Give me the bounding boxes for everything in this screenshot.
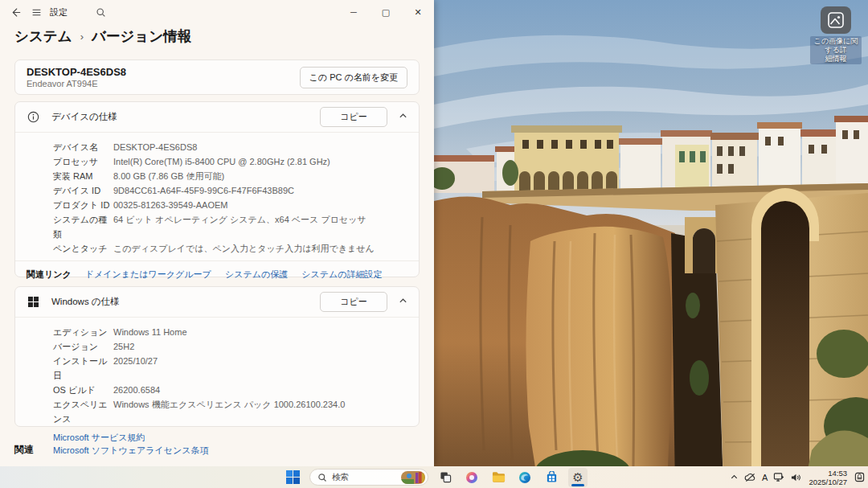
copy-windows-specs-button[interactable]: コピー: [320, 292, 387, 312]
search-icon: [317, 473, 327, 482]
taskbar-search-input[interactable]: 検索: [309, 469, 428, 486]
link-ms-services-agreement[interactable]: Microsoft サービス規約: [53, 433, 407, 443]
table-row: デバイス ID9D84CC61-A64F-45F9-99C6-F47F6F43B…: [53, 183, 407, 198]
desktop-screen: この画像に関する詳細情報 設定 ─ ▢ ✕ システム › バージョン情報: [0, 0, 868, 488]
search-placeholder: 検索: [332, 472, 396, 483]
windows-specs-header[interactable]: Windows の仕様 コピー: [15, 287, 419, 318]
gear-icon: ⚙: [572, 470, 583, 485]
settings-taskbar-icon[interactable]: ⚙: [568, 468, 588, 487]
microsoft-links: Microsoft サービス規約 Microsoft ソフトウェアライセンス条項: [15, 431, 419, 456]
ime-mode-indicator[interactable]: A: [762, 473, 768, 482]
chevron-up-icon[interactable]: [399, 112, 407, 122]
onedrive-status-icon[interactable]: [744, 473, 756, 482]
table-row: バージョン25H2: [53, 339, 407, 354]
back-icon[interactable]: [5, 2, 26, 23]
related-section-heading: 関連: [14, 443, 34, 457]
chevron-up-icon[interactable]: [399, 297, 407, 307]
device-specs-header[interactable]: デバイスの仕様 コピー: [15, 102, 419, 133]
windows-logo-icon: [27, 295, 40, 309]
table-row: デバイス名DESKTOP-4ES6DS8: [53, 140, 407, 154]
network-ethernet-icon[interactable]: [773, 472, 784, 482]
windows-specs-card: Windows の仕様 コピー エディションWindows 11 Home バー…: [14, 286, 420, 427]
taskbar: 検索 ⚙: [0, 466, 868, 488]
table-row: プロダクト ID00325-81263-39549-AAOEM: [53, 198, 407, 212]
clock-date: 2025/10/27: [809, 478, 847, 486]
minimize-button[interactable]: ─: [338, 0, 370, 24]
device-specs-card: デバイスの仕様 コピー デバイス名DESKTOP-4ES6DS8 プロセッサIn…: [14, 101, 420, 277]
device-specs-title: デバイスの仕様: [51, 111, 117, 123]
titlebar: 設定 ─ ▢ ✕: [0, 0, 434, 24]
device-name-card: DESKTOP-4ES6DS8 Endeavor AT994E この PC の名…: [14, 59, 420, 95]
info-icon: [27, 110, 40, 124]
taskbar-clock[interactable]: 14:53 2025/10/27: [809, 469, 847, 486]
link-ms-software-license[interactable]: Microsoft ソフトウェアライセンス条項: [53, 445, 407, 456]
table-row: インストール日2025/10/27: [53, 354, 407, 383]
file-explorer-icon[interactable]: [489, 468, 508, 487]
device-name: DESKTOP-4ES6DS8: [27, 66, 126, 78]
spotlight-desktop-icon[interactable]: この画像に関する詳細情報: [810, 6, 862, 64]
volume-icon[interactable]: [790, 473, 801, 482]
spotlight-label: この画像に関する詳細情報: [810, 36, 862, 64]
related-links-row: 関連リンク ドメインまたはワークグループ システムの保護 システムの詳細設定: [15, 260, 419, 288]
search-icon[interactable]: [90, 2, 111, 23]
page-title: バージョン情報: [92, 27, 191, 46]
table-row: ペンとタッチこのディスプレイでは、ペン入力とタッチ入力は利用できません: [53, 241, 407, 256]
windows-specs-title: Windows の仕様: [51, 296, 120, 308]
app-title: 設定: [50, 6, 68, 18]
device-specs-rows: デバイス名DESKTOP-4ES6DS8 プロセッサIntel(R) Core(…: [15, 133, 419, 260]
start-button[interactable]: [283, 468, 302, 487]
table-row: OS ビルド26200.6584: [53, 383, 407, 397]
link-system-protection[interactable]: システムの保護: [225, 269, 288, 281]
related-links-label: 関連リンク: [27, 269, 72, 281]
picture-icon: [821, 6, 851, 34]
windows-specs-rows: エディションWindows 11 Home バージョン25H2 インストール日2…: [15, 318, 419, 431]
search-highlight-thumbnail[interactable]: [401, 471, 425, 484]
copilot-icon[interactable]: [462, 468, 481, 487]
link-advanced-system-settings[interactable]: システムの詳細設定: [301, 269, 382, 281]
hamburger-menu-icon[interactable]: [26, 2, 47, 23]
wallpaper-image: [434, 0, 868, 488]
task-view-button[interactable]: [436, 468, 455, 487]
table-row: システムの種類64 ビット オペレーティング システム、x64 ベース プロセッ…: [53, 212, 407, 241]
link-domain-workgroup[interactable]: ドメインまたはワークグループ: [85, 269, 211, 281]
table-row: 実装 RAM8.00 GB (7.86 GB 使用可能): [53, 169, 407, 183]
device-model: Endeavor AT994E: [27, 79, 126, 88]
table-row: エクスペリエンスWindows 機能エクスペリエンス パック 1000.2610…: [53, 397, 407, 426]
table-row: プロセッサIntel(R) Core(TM) i5-8400 CPU @ 2.8…: [53, 154, 407, 169]
maximize-button[interactable]: ▢: [370, 0, 402, 24]
breadcrumb: システム › バージョン情報: [14, 27, 191, 46]
copy-device-specs-button[interactable]: コピー: [320, 107, 387, 127]
edge-browser-icon[interactable]: [515, 468, 534, 487]
close-button[interactable]: ✕: [402, 0, 434, 24]
chevron-right-icon: ›: [80, 31, 84, 43]
table-row: エディションWindows 11 Home: [53, 325, 407, 339]
notification-bell-icon[interactable]: [854, 472, 865, 482]
clock-time: 14:53: [828, 469, 847, 478]
breadcrumb-system[interactable]: システム: [14, 27, 72, 46]
tray-chevron-up-icon[interactable]: [730, 473, 739, 482]
settings-window: 設定 ─ ▢ ✕ システム › バージョン情報 DESKTOP-4ES6DS8 …: [0, 0, 434, 466]
microsoft-store-icon[interactable]: [542, 468, 561, 487]
rename-pc-button[interactable]: この PC の名前を変更: [300, 67, 407, 88]
